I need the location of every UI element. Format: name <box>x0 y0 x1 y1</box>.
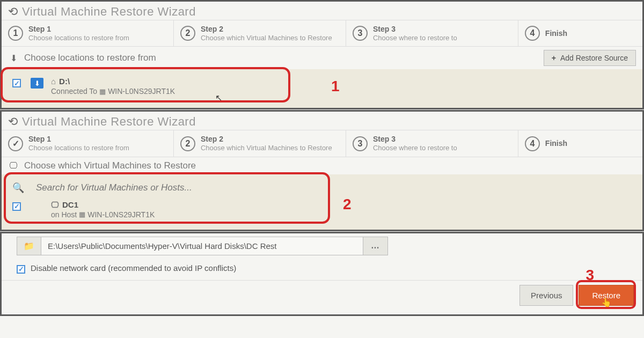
vm-row[interactable]: 🖵 DC1 on Host ▦ WIN-L0NS29JRT1K <box>8 197 636 222</box>
server-icon: ▦ <box>79 210 85 218</box>
step-circle-done <box>8 136 23 151</box>
wizard-title-text: Virtual Machine Restore Wizard <box>22 115 196 129</box>
browse-button[interactable]: … <box>363 237 388 255</box>
step-4[interactable]: 4 Finish <box>518 20 642 46</box>
monitor-icon: 🖵 <box>8 161 19 171</box>
undo-icon: ⟲ <box>8 5 18 19</box>
steps-row: Step 1 Choose locations to restore from … <box>2 130 642 156</box>
vm-host-prefix: on Host <box>51 210 77 219</box>
previous-button[interactable]: Previous <box>519 285 573 306</box>
step-title: Step 1 <box>28 25 129 34</box>
subheader: ⬇ Choose locations to restore from + Add… <box>2 46 642 69</box>
vm-name: 🖵 DC1 <box>51 200 155 209</box>
vm-list: 🔍 🖵 DC1 on Host ▦ WIN-L0NS29JRT1K 2 <box>2 174 642 230</box>
step-title: Step 1 <box>28 135 129 144</box>
search-row: 🔍 <box>8 179 636 197</box>
step-circle-3: 3 <box>353 136 368 151</box>
location-row[interactable]: ⬇ ⌂ D:\ Connected To ▦ WIN-L0NS29JRT1K <box>8 74 636 99</box>
vm-checkbox[interactable] <box>12 202 21 211</box>
previous-label: Previous <box>531 291 562 300</box>
step-circle-3: 3 <box>353 26 368 41</box>
step-2[interactable]: 2 Step 2 Choose which Virtual Machines t… <box>174 20 346 46</box>
step-title: Finish <box>545 139 567 148</box>
step-2[interactable]: 2 Step 2 Choose which Virtual Machines t… <box>174 130 346 156</box>
monitor-icon: 🖵 <box>51 200 59 209</box>
step-circle-2: 2 <box>180 26 195 41</box>
step-3[interactable]: 3 Step 3 Choose where to restore to <box>346 20 518 46</box>
vm-host-name: WIN-L0NS29JRT1K <box>87 210 155 219</box>
restore-button[interactable]: Restore 👆 <box>579 285 634 306</box>
disable-network-checkbox[interactable] <box>17 265 25 274</box>
step-sub: Choose locations to restore from <box>28 144 129 152</box>
step-title: Finish <box>545 29 567 38</box>
step-circle-1: 1 <box>8 26 23 41</box>
add-restore-source-button[interactable]: + Add Restore Source <box>544 50 636 66</box>
step-sub: Choose locations to restore from <box>28 34 129 42</box>
disable-network-label: Disable network card (recommended to avo… <box>31 263 236 274</box>
disk-icon: ⌂ <box>51 77 56 86</box>
restore-path-input[interactable] <box>41 237 363 255</box>
step-title: Step 3 <box>373 25 457 34</box>
step-1[interactable]: Step 1 Choose locations to restore from <box>2 130 174 156</box>
download-icon: ⬇ <box>8 53 19 63</box>
location-drive: ⌂ D:\ <box>51 77 175 86</box>
search-icon: 🔍 <box>12 182 21 194</box>
cursor-icon: ↖ <box>215 93 222 103</box>
steps-row: 1 Step 1 Choose locations to restore fro… <box>2 20 642 46</box>
location-checkbox[interactable] <box>12 79 21 87</box>
wizard-panel-2: ⟲ Virtual Machine Restore Wizard Step 1 … <box>0 110 644 231</box>
wizard-title-row: ⟲ Virtual Machine Restore Wizard <box>2 112 642 130</box>
disable-network-row: Disable network card (recommended to avo… <box>2 259 642 280</box>
step-circle-4: 4 <box>525 136 540 151</box>
download-badge-icon: ⬇ <box>31 78 43 89</box>
add-restore-source-label: Add Restore Source <box>560 54 628 62</box>
vm-name-label: DC1 <box>62 200 78 209</box>
step-title: Step 3 <box>373 135 457 144</box>
step-circle-2: 2 <box>180 136 195 151</box>
step-sub: Choose which Virtual Machines to Restore <box>201 144 332 152</box>
step-sub: Choose where to restore to <box>373 144 457 152</box>
footer-row: Previous Restore 👆 <box>2 280 642 314</box>
wizard-title-text: Virtual Machine Restore Wizard <box>22 5 196 19</box>
step-3[interactable]: 3 Step 3 Choose where to restore to <box>346 130 518 156</box>
step-sub: Choose which Virtual Machines to Restore <box>201 34 332 42</box>
wizard-title-row: ⟲ Virtual Machine Restore Wizard <box>2 2 642 20</box>
step-sub: Choose where to restore to <box>373 34 457 42</box>
step-4[interactable]: 4 Finish <box>518 130 642 156</box>
step-title: Step 2 <box>201 25 332 34</box>
subheader-text: Choose which Virtual Machines to Restore <box>24 160 636 171</box>
folder-icon: 📁 <box>24 241 34 251</box>
path-row: 📁 … <box>17 237 636 255</box>
subheader-text: Choose locations to restore from <box>24 53 544 63</box>
host-label: WIN-L0NS29JRT1K <box>108 87 175 95</box>
location-list: ⬇ ⌂ D:\ Connected To ▦ WIN-L0NS29JRT1K ↖… <box>2 69 642 108</box>
undo-icon: ⟲ <box>8 115 18 129</box>
restore-label: Restore <box>592 291 620 300</box>
drive-label: D:\ <box>59 77 70 86</box>
vm-host: on Host ▦ WIN-L0NS29JRT1K <box>51 210 155 219</box>
step-1[interactable]: 1 Step 1 Choose locations to restore fro… <box>2 20 174 46</box>
step-circle-4: 4 <box>525 26 540 41</box>
ellipsis-icon: … <box>371 241 380 251</box>
step-title: Step 2 <box>201 135 332 144</box>
server-icon: ▦ <box>99 87 106 95</box>
subheader: 🖵 Choose which Virtual Machines to Resto… <box>2 157 642 174</box>
wizard-panel-3: 📁 … Disable network card (recommended to… <box>0 232 644 316</box>
search-input[interactable] <box>36 182 251 193</box>
plus-icon: + <box>552 54 556 62</box>
wizard-panel-1: ⟲ Virtual Machine Restore Wizard 1 Step … <box>0 0 644 109</box>
connected-label: Connected To <box>51 87 97 95</box>
folder-icon-button[interactable]: 📁 <box>17 237 41 255</box>
location-connected: Connected To ▦ WIN-L0NS29JRT1K <box>51 87 175 95</box>
